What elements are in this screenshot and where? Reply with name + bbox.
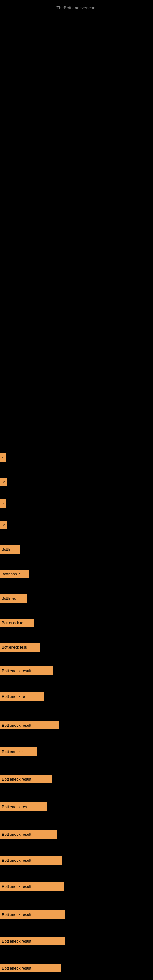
bottleneck-item: Bottleneck result [0,667,53,675]
bottleneck-item: Bottlen [0,545,20,554]
bottleneck-item: Bottleneck result [0,937,65,945]
bottleneck-item: Bottleneck res [0,802,48,811]
bottleneck-item: Bottlenec [0,594,27,603]
bottleneck-item: Bottleneck r [0,747,37,756]
bottleneck-item: Bottleneck result [0,856,62,865]
bottleneck-item: Bo [0,478,7,486]
bottleneck-item: Bottleneck result [0,910,65,919]
bottleneck-item: Bottleneck result [0,721,59,730]
bottleneck-item: Bottleneck resu [0,643,40,652]
bottleneck-item: Bottleneck r [0,570,29,578]
bottleneck-item: Bottleneck result [0,830,57,838]
bottleneck-item: Bottleneck result [0,882,64,891]
bottleneck-item: Bottleneck result [0,775,52,783]
site-title: TheBottlenecker.com [0,2,153,13]
bottleneck-item: B [0,453,5,462]
bottleneck-item: Bottleneck re [0,619,33,627]
bottleneck-item: B [0,499,5,508]
bottleneck-item: Bottleneck result [0,964,61,972]
bottleneck-item: Bo [0,520,7,529]
bottleneck-item: Bottleneck re [0,692,45,701]
